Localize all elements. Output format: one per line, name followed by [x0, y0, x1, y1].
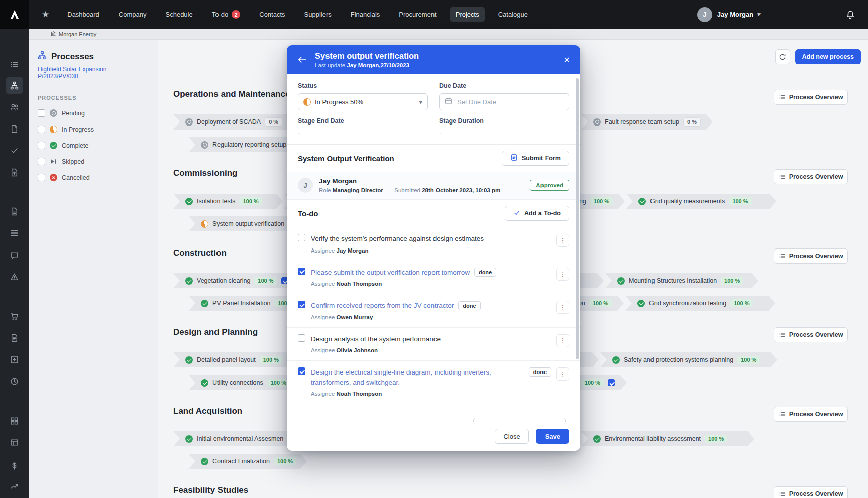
add-todo-button[interactable]: Add a To-do [505, 206, 569, 221]
filter-skipped[interactable]: Skipped [38, 158, 149, 165]
sidebar-item-dollar[interactable] [6, 457, 23, 475]
status-dropdown[interactable]: In Progress 50% ▾ [298, 93, 428, 110]
sidebar-item-alert[interactable] [6, 268, 23, 286]
close-icon[interactable]: ✕ [564, 55, 570, 65]
filter-checkbox[interactable] [38, 142, 45, 149]
process-stage[interactable]: Contract Finalization100 % [189, 454, 307, 469]
sidebar-item-users[interactable] [6, 98, 23, 116]
sidebar-item-grid[interactable] [6, 412, 23, 430]
filter-cancelled[interactable]: Cancelled [38, 174, 149, 181]
sidebar-item-list[interactable] [6, 56, 23, 73]
process-overview-button[interactable]: Process Overview [774, 169, 848, 184]
kebab-menu-icon[interactable]: ⋮ [556, 334, 569, 347]
stage-checkbox[interactable] [608, 379, 615, 386]
todo-checkbox[interactable] [298, 234, 305, 241]
process-overview-button[interactable]: Process Overview [774, 486, 848, 498]
sidebar-item-cart[interactable] [6, 308, 23, 325]
process-stage[interactable]: Deployment of SCADA0 % [173, 114, 294, 130]
breadcrumb[interactable]: Morgan Energy [50, 31, 96, 38]
sidebar-item-check[interactable] [6, 142, 23, 159]
process-overview-button[interactable]: Process Overview [774, 327, 848, 342]
filter-complete[interactable]: Complete [38, 142, 149, 149]
stage-label: Regulatory reporting setup [212, 141, 286, 148]
refresh-button[interactable] [775, 49, 790, 64]
notifications-bell-icon[interactable] [846, 10, 855, 19]
back-arrow-icon[interactable] [297, 55, 307, 65]
due-date-input[interactable] [456, 98, 564, 106]
todo-checkbox[interactable] [298, 268, 305, 275]
kebab-menu-icon[interactable]: ⋮ [556, 301, 569, 314]
user-avatar[interactable]: J [697, 7, 712, 22]
todo-checkbox[interactable] [298, 334, 305, 342]
kebab-menu-icon[interactable]: ⋮ [556, 234, 569, 247]
table-icon [10, 438, 19, 447]
process-stage[interactable]: Grid quality measurements100 % [626, 194, 776, 209]
nav-item-suppliers[interactable]: Suppliers [298, 7, 338, 22]
process-overview-button[interactable]: Process Overview [774, 248, 848, 264]
due-date-field[interactable] [439, 93, 569, 110]
sidebar-item-chat[interactable] [6, 246, 23, 264]
filter-checkbox[interactable] [38, 109, 45, 117]
complete-icon [185, 198, 193, 205]
process-stage[interactable]: Utility connections100 % [189, 375, 297, 390]
process-overview-button[interactable]: Process Overview [774, 407, 848, 422]
kebab-menu-icon[interactable]: ⋮ [556, 268, 569, 281]
sidebar-item-clock[interactable] [6, 372, 23, 390]
process-stage[interactable]: Environmental liability assessment100 % [581, 431, 754, 446]
todo-assignee: Assignee Olivia Johnson [311, 347, 551, 353]
status-value: In Progress 50% [315, 98, 363, 106]
sidebar-item-document[interactable] [6, 120, 23, 138]
sidebar-item-file[interactable] [6, 203, 23, 220]
user-menu-chevron-icon[interactable]: ▼ [756, 12, 762, 17]
process-stage[interactable]: Safety and protection systems planning10… [600, 352, 777, 367]
sidebar-item-file-upload[interactable] [6, 164, 23, 181]
favorite-star-icon[interactable]: ★ [42, 9, 49, 20]
nav-item-projects[interactable]: Projects [450, 7, 485, 22]
nav-item-procurement[interactable]: Procurement [393, 7, 442, 22]
sidebar-item-processes[interactable] [6, 77, 23, 94]
sidebar-item-plus[interactable] [6, 351, 23, 368]
nav-item-catalogue[interactable]: Catalogue [492, 7, 534, 22]
close-button[interactable]: Close [495, 429, 528, 444]
nav-item-contacts[interactable]: Contacts [253, 7, 291, 22]
kebab-menu-icon[interactable]: ⋮ [556, 367, 569, 381]
filter-checkbox[interactable] [38, 126, 45, 133]
sidebar-item-file-2[interactable] [6, 329, 23, 347]
process-stage[interactable]: Fault response team setup0 % [581, 114, 713, 130]
modal-scrollbar[interactable] [576, 78, 579, 359]
modal-footer: Close Save [287, 422, 580, 451]
stage-label: Fault response team setup [605, 118, 679, 126]
nav-item-label: Catalogue [498, 11, 528, 18]
process-stage[interactable]: Detailed panel layout100 % [173, 352, 293, 367]
filter-checkbox[interactable] [38, 158, 45, 165]
add-new-process-button[interactable]: Add new process [795, 49, 861, 64]
partial-button [473, 418, 566, 422]
todo-checkbox[interactable] [298, 301, 305, 308]
sidebar-item-rows[interactable] [6, 224, 23, 242]
nav-item-schedule[interactable]: Schedule [160, 7, 199, 22]
sidebar-item-trend[interactable] [6, 477, 23, 495]
user-name[interactable]: Jay Morgan [717, 11, 753, 18]
process-stage[interactable]: Mounting Structures Installation100 % [605, 273, 758, 288]
sidebar-item-table[interactable] [6, 434, 23, 451]
filter-inprogress[interactable]: In Progress [38, 126, 149, 133]
submit-form-button[interactable]: Submit Form [502, 151, 569, 166]
nav-item-dashboard[interactable]: Dashboard [61, 7, 105, 22]
filter-checkbox[interactable] [38, 174, 45, 181]
todo-checkbox[interactable] [298, 367, 305, 375]
nav-item-financials[interactable]: Financials [345, 7, 386, 22]
process-stage[interactable]: Isolation tests100 % [173, 194, 283, 209]
process-stage[interactable]: Grid synchronization testing100 % [625, 296, 775, 311]
nav-item-label: Procurement [399, 11, 436, 18]
app-logo[interactable] [0, 0, 29, 29]
check-icon [10, 146, 19, 155]
project-link[interactable]: Highfield Solar Expansion P/2023/PV/030 [38, 66, 149, 80]
filter-pending[interactable]: Pending [38, 109, 149, 117]
process-overview-button[interactable]: Process Overview [774, 90, 848, 105]
save-button[interactable]: Save [536, 429, 569, 444]
nav-item-to-do[interactable]: To-do2 [206, 6, 247, 23]
todo-text: Confirm received reports from the JV con… [311, 301, 454, 311]
process-stage[interactable]: Initial environmental Assesmen [173, 431, 299, 446]
process-overview-label: Process Overview [789, 411, 843, 418]
nav-item-company[interactable]: Company [113, 7, 153, 22]
